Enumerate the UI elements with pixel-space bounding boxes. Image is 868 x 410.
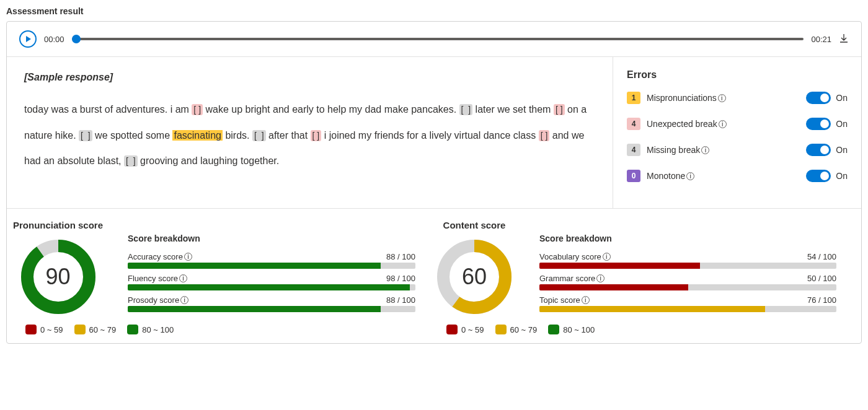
error-row: 4 Unexpected breaki On: [627, 118, 848, 130]
bar-track: [539, 306, 836, 312]
bar-label: Prosody scorei: [128, 295, 188, 305]
info-icon[interactable]: i: [596, 274, 604, 282]
score-block: Content score 60 Score breakdown Vocabul…: [434, 220, 855, 334]
bar-track: [539, 263, 836, 269]
score-value: 60: [434, 237, 515, 317]
error-toggle[interactable]: [806, 170, 831, 182]
score-bar-row: Topic scorei 76 / 100: [539, 295, 836, 312]
bar-value: 88 / 100: [386, 252, 415, 261]
legend-item: 80 ~ 100: [127, 325, 174, 334]
info-icon[interactable]: i: [718, 94, 726, 102]
bar-value: 76 / 100: [807, 295, 836, 305]
score-bar-row: Grammar scorei 50 / 100: [539, 274, 836, 290]
unexpected-break-icon: [ ]: [192, 104, 203, 115]
score-value: 90: [18, 237, 99, 317]
error-toggle[interactable]: [806, 118, 831, 130]
score-breakdown: Score breakdown Vocabulary scorei 54 / 1…: [539, 220, 855, 317]
error-count-badge: 1: [627, 92, 640, 104]
errors-panel: Errors 1 Mispronunciationsi On 4 Unexpec…: [613, 57, 861, 208]
score-title: Content score: [443, 220, 506, 230]
score-legend: 0 ~ 59 60 ~ 79 80 ~ 100: [446, 325, 855, 334]
download-icon[interactable]: [839, 33, 849, 45]
score-bar-row: Vocabulary scorei 54 / 100: [539, 252, 836, 269]
error-count-badge: 4: [627, 144, 640, 156]
info-icon[interactable]: i: [701, 146, 709, 154]
error-toggle[interactable]: [806, 144, 831, 156]
missing-break-icon: [ ]: [459, 104, 473, 115]
error-label: Mispronunciationsi: [647, 93, 806, 103]
info-icon[interactable]: i: [603, 253, 611, 261]
scores-row: Pronunciation score 90 Score breakdown A…: [7, 208, 861, 343]
bar-label: Grammar scorei: [539, 274, 604, 283]
bar-track: [128, 306, 415, 312]
legend-item: 60 ~ 79: [74, 325, 117, 334]
breakdown-title: Score breakdown: [128, 233, 415, 243]
score-block: Pronunciation score 90 Score breakdown A…: [13, 220, 434, 334]
error-row: 4 Missing breaki On: [627, 144, 848, 156]
assessment-card: 00:00 00:21 [Sample response] today was …: [6, 21, 862, 344]
error-count-badge: 0: [627, 170, 640, 182]
score-donut: 90: [18, 237, 99, 317]
bar-track: [539, 284, 836, 290]
bar-track: [128, 284, 415, 290]
unexpected-break-icon: [ ]: [539, 130, 550, 141]
error-toggle[interactable]: [806, 92, 831, 104]
missing-break-icon: [ ]: [124, 155, 138, 167]
time-current: 00:00: [44, 35, 64, 44]
error-row: 0 Monotonei On: [627, 170, 848, 182]
errors-title: Errors: [627, 69, 848, 81]
bar-label: Accuracy scorei: [128, 252, 192, 261]
info-icon[interactable]: i: [179, 274, 187, 282]
bar-label: Topic scorei: [539, 295, 590, 305]
legend-item: 80 ~ 100: [548, 325, 595, 334]
score-bar-row: Prosody scorei 88 / 100: [128, 295, 415, 312]
bar-track: [128, 263, 415, 269]
toggle-state-label: On: [836, 93, 848, 103]
toggle-state-label: On: [836, 145, 848, 155]
bar-label: Fluency scorei: [128, 274, 187, 283]
mispronunciation-mark[interactable]: fascinating: [172, 130, 223, 141]
breakdown-title: Score breakdown: [539, 233, 836, 243]
page-title: Assessment result: [6, 6, 862, 16]
error-row: 1 Mispronunciationsi On: [627, 92, 848, 104]
error-label: Unexpected breaki: [647, 119, 806, 129]
error-count-badge: 4: [627, 118, 640, 130]
bar-value: 54 / 100: [807, 252, 836, 261]
error-label: Missing breaki: [647, 145, 806, 155]
bar-label: Vocabulary scorei: [539, 252, 611, 261]
missing-break-icon: [ ]: [79, 130, 92, 141]
progress-slider[interactable]: [72, 33, 804, 45]
info-icon[interactable]: i: [719, 120, 727, 128]
legend-item: 0 ~ 59: [446, 325, 484, 334]
score-bar-row: Accuracy scorei 88 / 100: [128, 252, 415, 269]
transcript-text: today was a burst of adventures. i am [ …: [24, 97, 595, 174]
progress-thumb[interactable]: [72, 35, 81, 43]
unexpected-break-icon: [ ]: [554, 104, 565, 115]
error-label: Monotonei: [647, 171, 806, 181]
score-bar-row: Fluency scorei 98 / 100: [128, 274, 415, 290]
missing-break-icon: [ ]: [252, 130, 266, 141]
bar-value: 50 / 100: [807, 274, 836, 283]
transcript-panel: [Sample response] today was a burst of a…: [7, 57, 613, 208]
unexpected-break-icon: [ ]: [311, 130, 322, 141]
time-total: 00:21: [811, 35, 831, 44]
score-donut: 60: [434, 237, 515, 317]
bar-value: 98 / 100: [386, 274, 415, 283]
toggle-state-label: On: [836, 171, 848, 181]
legend-item: 60 ~ 79: [495, 325, 538, 334]
legend-item: 0 ~ 59: [25, 325, 63, 334]
toggle-state-label: On: [836, 119, 848, 129]
sample-response-label: [Sample response]: [24, 72, 595, 83]
score-breakdown: Score breakdown Accuracy scorei 88 / 100…: [128, 220, 434, 317]
info-icon[interactable]: i: [180, 296, 188, 304]
score-title: Pronunciation score: [13, 220, 103, 230]
info-icon[interactable]: i: [582, 296, 590, 304]
audio-player: 00:00 00:21: [7, 22, 861, 57]
bar-value: 88 / 100: [386, 295, 415, 305]
info-icon[interactable]: i: [686, 172, 694, 180]
play-button[interactable]: [19, 30, 37, 48]
info-icon[interactable]: i: [184, 253, 192, 261]
score-legend: 0 ~ 59 60 ~ 79 80 ~ 100: [25, 325, 434, 334]
